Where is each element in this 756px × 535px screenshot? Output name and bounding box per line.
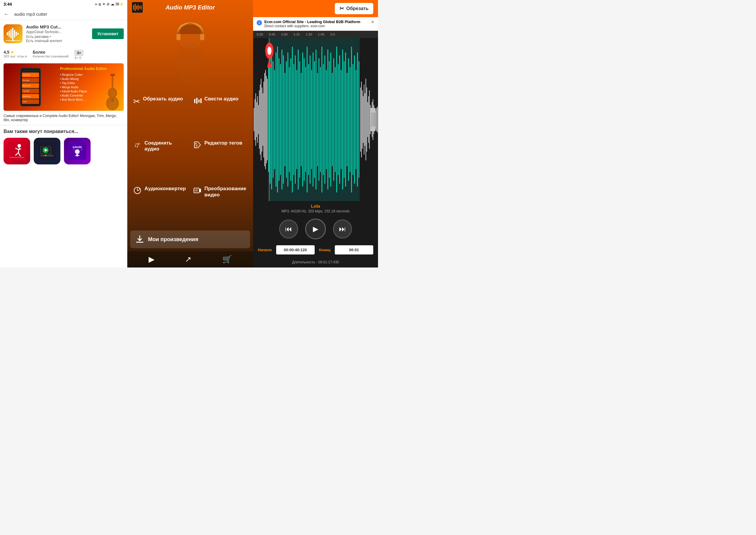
start-time-input[interactable] [276,245,315,254]
svg-rect-78 [264,73,265,166]
age-badge: 3+ [74,50,84,56]
waveform-container[interactable] [253,38,378,201]
cut-button-label: Обрезать [346,6,368,11]
age-label: 3+ © [74,56,84,60]
svg-rect-144 [360,87,361,152]
svg-text:+: + [137,141,140,146]
fast-forward-button[interactable]: ⏭ [333,219,352,239]
svg-rect-62 [136,242,143,242]
panel-google-play: 3:44 ∞ ψ ✶ ⊘ ☁ 36⚡ ← audio mp3 cutter [0,0,127,268]
svg-rect-74 [261,79,261,160]
svg-rect-118 [321,47,322,192]
svg-rect-37 [133,5,134,10]
svg-point-31 [75,149,80,154]
similar-app-fitness[interactable] [4,138,30,164]
svg-rect-114 [315,49,316,189]
svg-rect-109 [308,64,309,175]
similar-app-video[interactable] [34,138,60,164]
cut-button[interactable]: ✂ Обрезать [335,3,373,14]
ad-close-button[interactable]: ✕ [371,19,374,24]
svg-rect-97 [290,58,291,181]
playback-controls: ⏮ ▶ ⏭ [253,216,378,242]
play-icon: ▶ [313,225,318,233]
svg-rect-27 [40,155,54,156]
svg-rect-136 [348,58,349,181]
app-name: Audio MP3 Cut... [26,24,89,29]
cart-nav-icon[interactable]: 🛒 [222,255,232,264]
waveform-svg [253,38,378,201]
downloads-label: Количество скачиваний [33,54,69,58]
svg-rect-105 [302,52,303,187]
menu-item-trim[interactable]: ✂ Обрезать аудио [130,92,190,136]
svg-rect-91 [282,49,283,189]
screen-item-6: Share [22,99,39,104]
merge-icon: ♫ + [133,141,142,149]
back-button[interactable]: ← [4,11,10,17]
svg-rect-82 [268,67,269,172]
promo-image: Trim Audio Mix Audio Merge Audio Tag Edi… [4,63,124,111]
start-label: Начало [258,248,272,252]
play-nav-icon[interactable]: ▶ [148,255,154,264]
app-waveform-icon [6,26,20,41]
svg-point-46 [176,43,205,84]
install-button[interactable]: Установит [92,28,124,39]
menu-grid: ✂ Обрезать аудио Свести аудио ♫ + Соедин… [127,89,253,231]
editor-logo-icon [132,2,143,13]
svg-rect-1 [9,31,10,37]
svg-rect-73 [260,84,260,154]
trim-label: Обрезать аудио [143,96,183,102]
similar-app-smule[interactable]: smule ♪ ♪ [64,138,91,164]
svg-rect-101 [296,70,297,169]
svg-point-16 [17,144,21,148]
tags-label: Редактор тегов [204,140,242,146]
rewind-icon: ⏮ [285,225,292,233]
svg-rect-102 [298,49,299,189]
promo-phone: Trim Audio Mix Audio Merge Audio Tag Edi… [4,63,58,111]
search-query[interactable]: audio mp3 cutter [14,12,47,16]
svg-rect-135 [347,73,347,166]
svg-rect-6 [17,33,19,35]
status-time: 3:44 [4,2,12,7]
svg-rect-140 [354,55,355,184]
wifi2-icon: ☁ [111,2,114,6]
guitar-decoration [104,69,121,111]
menu-item-convert[interactable]: Аудиоконвертер [130,182,190,228]
video-convert-icon [193,186,202,195]
svg-rect-132 [342,49,343,189]
svg-rect-81 [267,79,268,160]
smule-icon: smule ♪ ♪ [68,142,86,160]
downloads-stat: Более Количество скачиваний [33,50,69,60]
svg-rect-3 [12,28,13,40]
end-time-input[interactable] [335,245,373,254]
screen-item-2: Mix Audio [22,78,39,83]
my-tracks-label: Мои произведения [148,237,198,242]
svg-rect-108 [307,47,308,192]
share-nav-icon[interactable]: ↗ [185,255,192,264]
play-button[interactable]: ▶ [305,219,326,239]
menu-item-tags[interactable]: Редактор тегов [190,136,251,182]
stats-row: 4,5 ★ 303 тыс. отзы в Более Количество с… [0,47,127,63]
duration-text: Длительность - 00:01:17:430 [292,260,339,264]
svg-rect-2 [10,29,12,38]
menu-item-merge[interactable]: ♫ + Соединить аудио [130,136,190,182]
track-name: Lola [256,204,374,209]
svg-rect-110 [310,55,310,184]
ad-subtitle: Direct contact with suppliers. ecer.com [264,24,360,28]
svg-rect-13 [110,74,115,76]
menu-item-mix[interactable]: Свести аудио [190,92,251,136]
rewind-button[interactable]: ⏮ [279,219,298,239]
my-tracks-button[interactable]: Мои произведения [130,231,250,248]
download-icon [135,235,145,244]
headphone-background [127,15,253,89]
menu-item-video[interactable]: Преобразование видео [190,182,251,228]
svg-rect-146 [362,90,363,149]
svg-rect-68 [256,93,256,146]
svg-rect-12 [112,75,113,95]
bluetooth-icon: ✶ [102,2,105,6]
svg-rect-84 [271,49,272,189]
svg-rect-85 [273,61,274,178]
reviews-label: 303 тыс. отзы в [4,54,27,58]
svg-rect-112 [312,52,313,187]
ad-banner: i Ecer.com Official Site - Leading Globa… [253,17,378,31]
network-icon: ⊘ [107,2,110,6]
